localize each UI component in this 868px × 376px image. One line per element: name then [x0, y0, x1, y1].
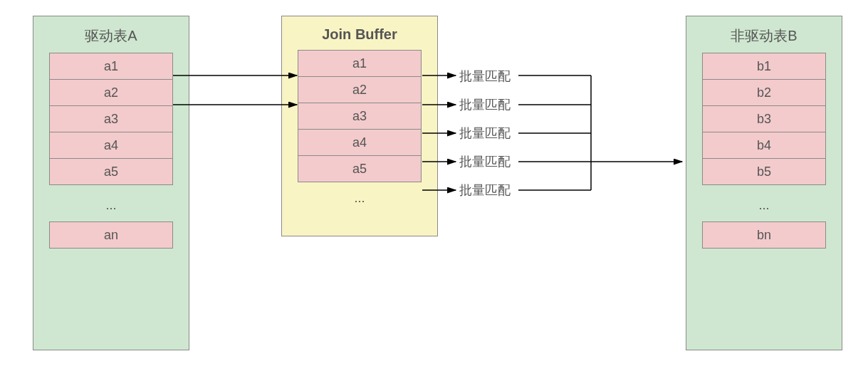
buffer-rows: a1 a2 a3 a4 a5	[282, 50, 437, 182]
table-a-last-row: an	[49, 221, 173, 249]
buffer-row: a5	[298, 155, 422, 182]
merge-arrow-to-table-b	[518, 75, 682, 190]
buffer-ellipsis: ...	[282, 182, 437, 212]
table-b-row: b1	[702, 53, 826, 80]
match-label: 批量匹配	[459, 68, 511, 85]
join-buffer: Join Buffer a1 a2 a3 a4 a5 ...	[281, 16, 438, 236]
table-b-title: 非驱动表B	[686, 16, 842, 53]
table-a-row: a4	[49, 132, 173, 159]
table-a-ellipsis: ...	[33, 185, 189, 221]
table-a-row: a1	[49, 53, 173, 80]
buffer-row: a4	[298, 129, 422, 156]
driver-table-a: 驱动表A a1 a2 a3 a4 a5 ... an	[33, 16, 189, 350]
non-driver-table-b: 非驱动表B b1 b2 b3 b4 b5 ... bn	[686, 16, 842, 350]
buffer-title: Join Buffer	[282, 16, 437, 50]
table-b-row: b5	[702, 158, 826, 185]
table-a-row: a5	[49, 158, 173, 185]
buffer-row: a2	[298, 76, 422, 103]
buffer-row: a3	[298, 103, 422, 130]
table-b-row: b4	[702, 132, 826, 159]
table-a-title: 驱动表A	[33, 16, 189, 53]
table-a-row: a2	[49, 79, 173, 106]
match-label: 批量匹配	[459, 182, 511, 199]
table-b-ellipsis: ...	[686, 185, 842, 221]
match-label: 批量匹配	[459, 125, 511, 142]
buffer-row: a1	[298, 50, 422, 77]
match-label: 批量匹配	[459, 153, 511, 170]
match-label: 批量匹配	[459, 96, 511, 113]
table-b-rows: b1 b2 b3 b4 b5	[686, 53, 842, 185]
table-b-row: b2	[702, 79, 826, 106]
table-a-rows: a1 a2 a3 a4 a5	[33, 53, 189, 185]
table-b-last-row: bn	[702, 221, 826, 249]
table-a-row: a3	[49, 105, 173, 132]
table-b-row: b3	[702, 105, 826, 132]
